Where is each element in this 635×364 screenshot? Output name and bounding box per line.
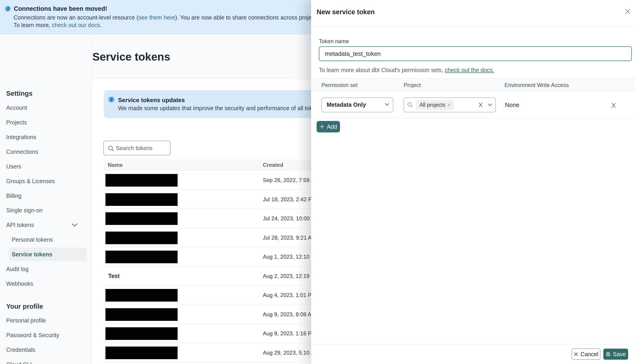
sidebar-item-personal-tokens[interactable]: Personal tokens bbox=[12, 236, 53, 243]
environment-write-access-value: None bbox=[505, 98, 519, 112]
close-icon bbox=[574, 352, 578, 356]
chevron-down-icon[interactable] bbox=[72, 223, 78, 228]
project-chip-label: All projects bbox=[420, 102, 445, 108]
redacted-token-name bbox=[105, 327, 178, 340]
redacted-token-name bbox=[105, 346, 178, 359]
see-them-here-link[interactable]: see them here bbox=[138, 14, 175, 21]
footer-divider bbox=[311, 344, 635, 344]
app-screen: i Connections have been moved! Connectio… bbox=[0, 0, 635, 364]
close-icon[interactable] bbox=[624, 8, 631, 15]
header-divider bbox=[311, 26, 635, 26]
search-icon bbox=[108, 145, 114, 152]
info-icon: i bbox=[5, 6, 11, 12]
cancel-button-label: Cancel bbox=[580, 351, 598, 358]
sidebar-item-webhooks[interactable]: Webhooks bbox=[6, 280, 33, 287]
sidebar-item-personal-profile[interactable]: Personal profile bbox=[6, 317, 46, 324]
sidebar-item-credentials[interactable]: Credentials bbox=[6, 346, 35, 353]
banner-body-text: Connections are now an account-level res… bbox=[14, 14, 138, 21]
check-out-docs-link[interactable]: check out the docs. bbox=[445, 67, 494, 73]
token-name-label: Token name bbox=[319, 38, 349, 44]
redacted-token-name bbox=[105, 232, 178, 244]
plus-icon bbox=[320, 124, 325, 129]
token-name: Test bbox=[108, 266, 120, 286]
sidebar-item-users[interactable]: Users bbox=[6, 163, 21, 170]
permission-docs-line: To learn more about dbt Cloud's permissi… bbox=[319, 67, 494, 74]
sidebar-item-connections[interactable]: Connections bbox=[6, 148, 38, 155]
banner-learn-more: To learn more, check out our docs. bbox=[14, 22, 102, 28]
row-divider bbox=[311, 118, 635, 118]
sidebar-item-service-tokens[interactable]: Service tokens bbox=[9, 248, 87, 261]
sidebar-item-cloud-cli[interactable]: Cloud CLI bbox=[6, 361, 32, 364]
redacted-token-name bbox=[105, 193, 178, 206]
chevron-down-icon[interactable] bbox=[488, 103, 492, 106]
sidebar-item-billing[interactable]: Billing bbox=[6, 192, 22, 199]
sidebar-heading-settings: Settings bbox=[6, 90, 32, 97]
cancel-button[interactable]: Cancel bbox=[572, 348, 600, 360]
redacted-token-name bbox=[105, 250, 178, 263]
sidebar-item-groups-licenses[interactable]: Groups & Licenses bbox=[6, 178, 55, 184]
settings-sidebar: Settings Account Projects Integrations C… bbox=[0, 34, 92, 364]
sidebar-item-audit-log[interactable]: Audit log bbox=[6, 266, 29, 272]
sidebar-heading-your-profile: Your profile bbox=[6, 302, 43, 310]
project-multiselect[interactable]: All projects bbox=[404, 98, 496, 112]
add-button-label: Add bbox=[327, 124, 337, 130]
search-tokens-box bbox=[103, 141, 170, 156]
new-service-token-drawer: New service token Token name To learn mo… bbox=[311, 0, 635, 364]
redacted-token-name bbox=[105, 212, 178, 225]
permission-set-value: Metadata Only bbox=[327, 98, 366, 112]
sidebar-item-password-security[interactable]: Password & Security bbox=[6, 332, 59, 338]
sidebar-item-single-sign-on[interactable]: Single sign-on bbox=[6, 207, 43, 214]
save-button-label: Save bbox=[613, 351, 626, 358]
column-header-environment-write-access: Environment Write Access bbox=[504, 78, 569, 92]
sidebar-item-projects[interactable]: Projects bbox=[6, 119, 27, 126]
redacted-token-name bbox=[105, 289, 178, 302]
column-header-created: Created bbox=[263, 160, 283, 170]
permission-set-select[interactable]: Metadata Only bbox=[322, 98, 393, 112]
clear-icon[interactable] bbox=[478, 102, 483, 108]
redacted-token-name bbox=[105, 174, 178, 186]
redacted-token-name bbox=[105, 308, 178, 321]
token-name-input[interactable] bbox=[319, 46, 632, 61]
check-docs-link[interactable]: check out our docs. bbox=[52, 22, 102, 28]
sidebar-item-integrations[interactable]: Integrations bbox=[6, 134, 36, 140]
chip-remove-icon[interactable] bbox=[448, 103, 451, 106]
banner-title: Connections have been moved! bbox=[14, 5, 107, 12]
service-tokens-updates-infobox: i Service tokens updates We made some up… bbox=[104, 90, 341, 118]
add-permission-button[interactable]: Add bbox=[316, 121, 340, 132]
sidebar-item-api-tokens[interactable]: API tokens bbox=[6, 222, 34, 228]
save-button[interactable]: Save bbox=[603, 348, 628, 360]
chevron-down-icon bbox=[385, 103, 389, 107]
page-title: Service tokens bbox=[92, 50, 170, 63]
search-icon bbox=[407, 102, 413, 108]
infobox-title: Service tokens updates bbox=[118, 96, 185, 104]
info-icon: i bbox=[108, 96, 114, 102]
column-header-project: Project bbox=[404, 78, 421, 92]
column-header-name: Name bbox=[108, 160, 123, 170]
project-chip-all-projects[interactable]: All projects bbox=[416, 100, 454, 110]
search-input[interactable] bbox=[116, 142, 168, 154]
docs-line-text: To learn more about dbt Cloud's permissi… bbox=[319, 67, 445, 73]
save-icon bbox=[605, 352, 611, 357]
infobox-body: We made some updates that improve the se… bbox=[118, 105, 342, 112]
learn-more-text: To learn more, bbox=[14, 22, 52, 28]
column-header-permission-set: Permission set bbox=[322, 78, 358, 92]
sidebar-item-service-tokens-label: Service tokens bbox=[12, 248, 87, 261]
permission-grid-header: Permission set Project Environment Write… bbox=[311, 78, 635, 91]
drawer-title: New service token bbox=[316, 8, 375, 16]
sidebar-item-account[interactable]: Account bbox=[6, 104, 27, 111]
remove-row-icon[interactable] bbox=[611, 102, 617, 108]
